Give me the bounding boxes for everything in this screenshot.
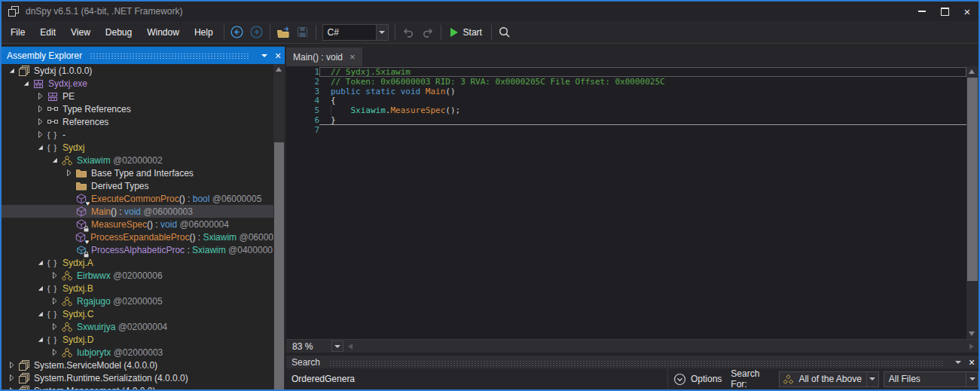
tree-row[interactable]: Main() : void @06000003 bbox=[2, 205, 273, 218]
undo-button[interactable] bbox=[398, 23, 418, 42]
tree-row[interactable]: Type References bbox=[2, 102, 273, 115]
panel-menu-button[interactable] bbox=[258, 47, 271, 64]
tree-row[interactable]: { }Sydxj bbox=[2, 141, 273, 154]
files-combobox[interactable]: All Files bbox=[884, 371, 978, 387]
menu-help[interactable]: Help bbox=[187, 21, 221, 43]
expander-icon[interactable] bbox=[35, 118, 46, 126]
tree-row[interactable]: ProcessAlphabeticProc : Sxiawim @0400000 bbox=[2, 243, 273, 256]
expander-icon[interactable] bbox=[35, 105, 46, 113]
tree-row[interactable]: System.ServiceModel (4.0.0.0) bbox=[2, 359, 273, 371]
scroll-right-arrow-icon[interactable] bbox=[969, 344, 974, 350]
assembly-explorer-header[interactable]: Assembly Explorer × bbox=[2, 47, 285, 64]
tree-row[interactable]: Sydxj.exe bbox=[2, 77, 273, 90]
tree-row[interactable]: Sydxj (1.0.0.0) bbox=[2, 64, 273, 77]
tree-row[interactable]: { }- bbox=[2, 128, 273, 141]
panel-menu-button[interactable] bbox=[951, 356, 965, 368]
open-file-button[interactable] bbox=[273, 23, 293, 42]
expander-icon[interactable] bbox=[6, 374, 17, 382]
panel-close-button[interactable]: × bbox=[271, 47, 285, 64]
minimize-button[interactable] bbox=[911, 2, 933, 21]
maximize-button[interactable] bbox=[933, 2, 956, 21]
search-options: Options Search For: All of the Above All… bbox=[668, 368, 978, 389]
scroll-up-arrow-icon[interactable] bbox=[276, 67, 282, 72]
tree-row[interactable]: PE bbox=[2, 90, 273, 102]
tab-label: Main() : void bbox=[293, 52, 343, 63]
options-label[interactable]: Options bbox=[691, 374, 722, 384]
search-for-combobox[interactable]: All of the Above bbox=[779, 371, 878, 387]
expander-icon[interactable] bbox=[49, 271, 60, 280]
save-button[interactable] bbox=[293, 23, 313, 42]
dropdown-button[interactable] bbox=[966, 372, 978, 386]
expander-icon[interactable] bbox=[49, 156, 60, 164]
braces-icon: { } bbox=[46, 283, 59, 295]
tree-row[interactable]: { }Sydxj.B bbox=[2, 282, 273, 295]
language-combobox[interactable]: C# bbox=[322, 24, 389, 41]
menu-debug[interactable]: Debug bbox=[98, 21, 139, 43]
expander-icon[interactable] bbox=[35, 258, 46, 267]
code-editor[interactable]: 1// Sydxj.Sxiawim2// Token: 0x06000003 R… bbox=[286, 66, 978, 339]
expander-icon[interactable] bbox=[35, 284, 46, 292]
tree-row[interactable]: System.Runtime.Serialization (4.0.0.0) bbox=[2, 371, 273, 384]
menu-view[interactable]: View bbox=[63, 21, 98, 43]
scrollbar-thumb[interactable] bbox=[274, 142, 284, 389]
close-button[interactable]: × bbox=[956, 2, 978, 21]
tree-row[interactable]: References bbox=[2, 115, 273, 128]
tree-row[interactable]: System.Management (4.0.0.0) bbox=[2, 384, 273, 389]
tree-scrollbar[interactable] bbox=[273, 64, 285, 389]
panel-close-button[interactable]: × bbox=[965, 356, 978, 368]
tree-row[interactable]: Rgajugo @02000005 bbox=[2, 295, 273, 307]
tab-close-icon[interactable]: × bbox=[350, 51, 356, 63]
module-icon bbox=[46, 90, 59, 102]
redo-button[interactable] bbox=[418, 23, 438, 42]
zoom-dropdown-button[interactable] bbox=[331, 341, 343, 352]
search-assemblies-button[interactable] bbox=[495, 23, 514, 42]
search-input[interactable] bbox=[286, 368, 668, 389]
expander-icon[interactable] bbox=[35, 92, 46, 100]
assembly-tree[interactable]: Sydxj (1.0.0.0)Sydxj.exePEType Reference… bbox=[2, 64, 273, 389]
dropdown-button[interactable] bbox=[866, 372, 878, 386]
tree-row[interactable]: Iubjorytx @02000003 bbox=[2, 346, 273, 359]
assembly-icon bbox=[17, 359, 30, 371]
expander-icon[interactable] bbox=[6, 66, 17, 75]
tree-row[interactable]: ♥ProcessExpandableProc() : Sxiawim @0600… bbox=[2, 231, 273, 243]
menu-file[interactable]: File bbox=[3, 21, 32, 43]
tree-row[interactable]: Sxwuirjya @02000004 bbox=[2, 320, 273, 333]
tree-row[interactable]: Derived Types bbox=[2, 179, 273, 192]
expander-icon[interactable] bbox=[6, 361, 17, 369]
menu-edit[interactable]: Edit bbox=[32, 21, 63, 43]
zoom-level-value[interactable]: 83 % bbox=[286, 341, 331, 352]
language-dropdown-button[interactable] bbox=[376, 25, 388, 40]
tree-row[interactable]: { }Sydxj.D bbox=[2, 333, 273, 346]
menu-window[interactable]: Window bbox=[139, 21, 187, 43]
expander-icon[interactable] bbox=[35, 310, 46, 318]
scroll-down-arrow-icon[interactable] bbox=[969, 331, 975, 336]
tree-row[interactable]: ♥ExecuteCommonProc() : bool @06000005 bbox=[2, 192, 273, 205]
navigate-back-button[interactable] bbox=[227, 23, 247, 42]
search-panel-header[interactable]: Search × bbox=[286, 356, 978, 368]
start-button[interactable]: Start bbox=[444, 21, 488, 43]
options-chevron-icon[interactable] bbox=[673, 373, 686, 386]
expander-icon[interactable] bbox=[49, 322, 60, 331]
editor-vertical-scrollbar[interactable] bbox=[966, 66, 978, 339]
navigate-forward-button[interactable] bbox=[247, 23, 267, 42]
tab-main-void[interactable]: Main() : void × bbox=[286, 47, 362, 66]
expander-icon[interactable] bbox=[20, 79, 32, 87]
tree-row[interactable]: Sxiawim @02000002 bbox=[2, 154, 273, 166]
tree-row[interactable]: Base Type and Interfaces bbox=[2, 166, 273, 179]
scrollbar-thumb[interactable] bbox=[967, 78, 978, 281]
tree-row[interactable]: { }Sydxj.A bbox=[2, 256, 273, 269]
editor-horizontal-scrollbar[interactable] bbox=[343, 340, 978, 353]
tree-row[interactable]: MeasureSpec() : void @06000004 bbox=[2, 218, 273, 231]
expander-icon[interactable] bbox=[6, 386, 17, 389]
expander-icon[interactable] bbox=[49, 348, 60, 356]
scroll-left-arrow-icon[interactable] bbox=[348, 344, 353, 350]
expander-icon[interactable] bbox=[35, 335, 46, 344]
tree-row[interactable]: Eirbwwx @02000006 bbox=[2, 269, 273, 282]
expander-icon[interactable] bbox=[49, 297, 60, 305]
scroll-up-arrow-icon[interactable] bbox=[969, 69, 975, 74]
tree-row[interactable]: { }Sydxj.C bbox=[2, 307, 273, 320]
files-value: All Files bbox=[884, 374, 966, 384]
expander-icon[interactable] bbox=[35, 143, 46, 151]
expander-icon[interactable] bbox=[63, 169, 75, 177]
expander-icon[interactable] bbox=[35, 130, 46, 139]
